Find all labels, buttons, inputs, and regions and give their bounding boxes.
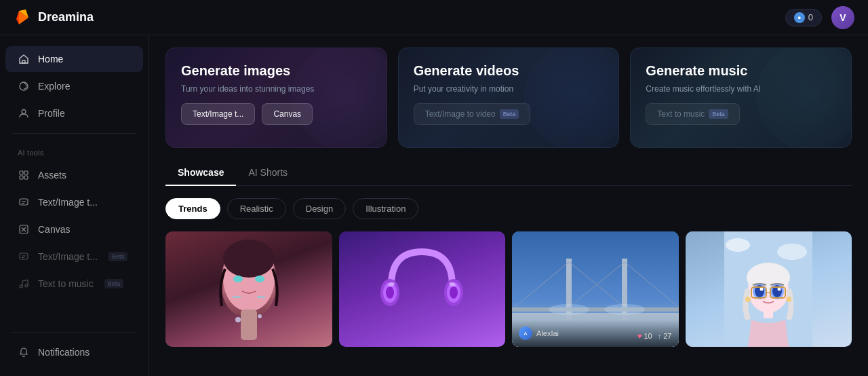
gallery-img-anime — [686, 231, 852, 347]
svg-rect-3 — [22, 60, 25, 63]
gallery-item-headphones[interactable] — [339, 231, 506, 347]
sidebar-item-notifications[interactable]: Notifications — [5, 339, 143, 365]
svg-rect-21 — [241, 309, 257, 340]
sidebar-item-profile[interactable]: Profile — [5, 100, 143, 126]
feature-cards: Generate images Turn your ideas into stu… — [165, 48, 852, 148]
feature-card-music: Generate music Create music effortlessly… — [630, 48, 852, 148]
sidebar-item-assets[interactable]: Assets — [5, 162, 143, 188]
tabs: Showcase AI Shorts — [165, 160, 852, 186]
svg-rect-7 — [24, 171, 28, 174]
logo-icon — [14, 8, 33, 27]
sidebar-item-textimage2[interactable]: Text/Image t... Beta — [5, 244, 143, 269]
svg-point-44 — [726, 238, 750, 252]
filter-design[interactable]: Design — [293, 198, 346, 219]
credits-badge[interactable]: ● 0 — [785, 9, 822, 26]
assets-icon — [18, 169, 30, 181]
gallery-user-avatar: A — [519, 326, 532, 340]
gallery-user: A AlexIai — [519, 326, 559, 340]
svg-point-53 — [760, 288, 764, 291]
card-bg-images — [292, 48, 387, 148]
gallery: A AlexIai ♥ 10 ↑ 27 — [165, 231, 852, 347]
svg-point-17 — [233, 276, 243, 282]
textimage-button[interactable]: Text/Image t... — [181, 103, 255, 125]
textimage2-icon — [18, 250, 30, 263]
svg-point-54 — [778, 288, 781, 291]
svg-rect-9 — [24, 176, 28, 179]
filter-pills: Trends Realistic Design Illustration — [165, 198, 852, 219]
sidebar-divider-2 — [12, 332, 136, 333]
text-to-video-button[interactable]: Text/Image to video Beta — [414, 103, 531, 125]
svg-point-59 — [786, 297, 791, 302]
user-avatar[interactable]: V — [831, 6, 854, 29]
svg-point-5 — [22, 110, 26, 114]
layout: Home Explore Profile AI tools — [0, 35, 868, 376]
sidebar-item-explore[interactable]: Explore — [5, 73, 143, 99]
main-content: Generate images Turn your ideas into stu… — [149, 35, 868, 376]
svg-point-13 — [20, 285, 22, 288]
svg-point-29 — [450, 286, 458, 299]
ai-tools-label: AI tools — [0, 140, 149, 161]
sidebar: Home Explore Profile AI tools — [0, 35, 149, 376]
svg-rect-6 — [20, 171, 23, 174]
sidebar-divider — [12, 133, 136, 134]
gallery-img-cyborg — [165, 231, 332, 347]
likes-stat: ♥ 10 — [637, 332, 652, 340]
notifications-icon — [18, 346, 30, 358]
heart-icon: ♥ — [637, 332, 642, 340]
svg-rect-22 — [233, 296, 241, 298]
gallery-img-headphones — [339, 231, 506, 347]
text-to-music-button[interactable]: Text to music Beta — [646, 103, 740, 125]
svg-point-19 — [235, 317, 241, 322]
sidebar-item-textimage[interactable]: Text/Image t... — [5, 189, 143, 215]
logo[interactable]: Dreamina — [14, 8, 94, 27]
tab-showcase[interactable]: Showcase — [165, 160, 236, 186]
filter-illustration[interactable]: Illustration — [353, 198, 418, 219]
canvas-icon — [18, 223, 30, 236]
card-bg-videos — [524, 48, 619, 148]
svg-point-20 — [258, 314, 262, 318]
svg-point-16 — [223, 240, 275, 278]
svg-point-14 — [25, 284, 28, 287]
svg-point-42 — [604, 304, 645, 315]
credits-icon: ● — [794, 12, 805, 23]
svg-point-45 — [777, 244, 807, 260]
svg-point-18 — [255, 276, 264, 282]
svg-rect-40 — [512, 307, 679, 312]
home-icon — [18, 53, 30, 65]
music-icon — [18, 278, 30, 290]
feature-card-videos: Generate videos Put your creativity in m… — [398, 48, 620, 148]
sidebar-item-canvas[interactable]: Canvas — [5, 217, 143, 242]
gallery-stats: ♥ 10 ↑ 27 — [637, 332, 672, 340]
tab-aishorts[interactable]: AI Shorts — [236, 160, 300, 186]
svg-point-58 — [745, 297, 751, 302]
share-icon: ↑ — [658, 332, 662, 340]
feature-card-images: Generate images Turn your ideas into stu… — [165, 48, 387, 148]
header: Dreamina ● 0 V — [0, 0, 868, 35]
svg-point-48 — [747, 263, 790, 293]
svg-rect-23 — [257, 296, 265, 298]
profile-icon — [18, 107, 30, 119]
svg-marker-2 — [16, 11, 19, 24]
gallery-item-bridge[interactable]: A AlexIai ♥ 10 ↑ 27 — [512, 231, 679, 347]
header-right: ● 0 V — [785, 6, 854, 29]
filter-realistic[interactable]: Realistic — [227, 198, 286, 219]
beta-badge-textimage2: Beta — [108, 252, 128, 261]
beta-badge-music: Beta — [104, 279, 124, 288]
shares-stat: ↑ 27 — [658, 332, 672, 340]
gallery-item-anime[interactable] — [686, 231, 852, 347]
card-bg-music — [756, 48, 852, 148]
gallery-item-cyborg[interactable] — [165, 231, 332, 347]
textimage-icon — [18, 196, 30, 208]
gallery-overlay-bridge: A AlexIai ♥ 10 ↑ 27 — [512, 320, 679, 347]
svg-point-26 — [386, 286, 394, 299]
sidebar-item-texttomusic[interactable]: Text to music Beta — [5, 271, 143, 297]
sidebar-item-home[interactable]: Home — [5, 46, 143, 72]
svg-point-41 — [549, 304, 589, 315]
svg-rect-8 — [20, 176, 23, 179]
explore-icon — [18, 80, 30, 92]
filter-trends[interactable]: Trends — [165, 198, 220, 219]
